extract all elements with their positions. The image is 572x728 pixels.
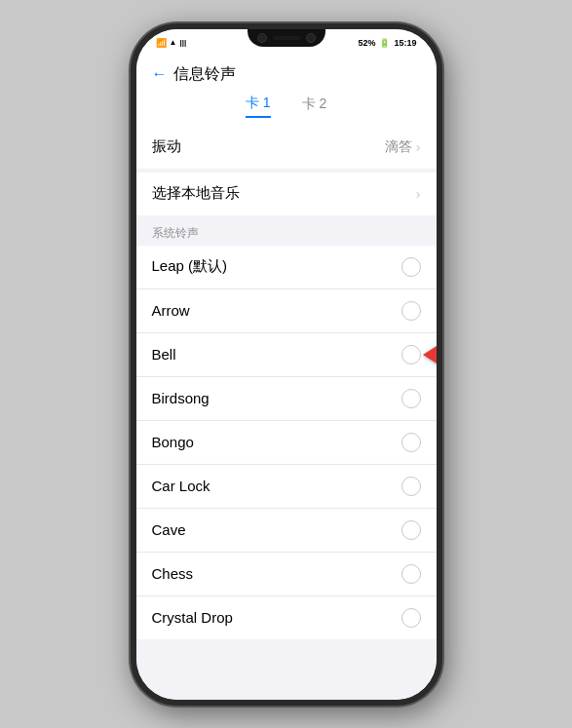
vibration-label: 振动 — [152, 137, 181, 156]
ringtone-row-chess[interactable]: Chess — [136, 553, 437, 596]
ringtone-label-bell: Bell — [152, 346, 176, 363]
tab-card2[interactable]: 卡 2 — [302, 96, 327, 117]
tab-card1[interactable]: 卡 1 — [246, 95, 271, 118]
ringtone-label-carlock: Car Lock — [152, 478, 210, 494]
ringtone-row-birdsong[interactable]: Birdsong — [136, 377, 437, 421]
header: ← 信息铃声 — [136, 57, 437, 91]
ringtone-radio-leap[interactable] — [401, 257, 421, 277]
phone-frame: 📶 ▲ ||| 52% 🔋 15:19 ← 信息铃声 卡 1 卡 2 — [131, 23, 442, 706]
local-music-section: 选择本地音乐 › — [136, 172, 437, 215]
ringtone-row-arrow[interactable]: Arrow — [136, 289, 437, 333]
phone-inner: 📶 ▲ ||| 52% 🔋 15:19 ← 信息铃声 卡 1 卡 2 — [136, 29, 437, 700]
ringtone-row-leap[interactable]: Leap (默认) — [136, 246, 437, 289]
vibration-value: 滴答 › — [385, 138, 421, 156]
ringtone-row-bongo[interactable]: Bongo — [136, 421, 437, 465]
vibration-row[interactable]: 振动 滴答 › — [136, 126, 437, 169]
ringtone-radio-carlock[interactable] — [401, 477, 421, 496]
ringtone-row-bell[interactable]: Bell — [136, 333, 437, 377]
ringtone-radio-chess[interactable] — [401, 564, 421, 584]
arrow-shape — [423, 341, 437, 368]
signal-bars: ||| — [179, 38, 186, 47]
ringtone-label-bongo: Bongo — [152, 434, 194, 450]
ringtone-row-cave[interactable]: Cave — [136, 509, 437, 553]
tabs-container: 卡 1 卡 2 — [136, 91, 437, 126]
ringtone-list: Leap (默认) Arrow Bell — [136, 246, 437, 639]
ringtone-label-leap: Leap (默认) — [152, 257, 228, 276]
ringtone-row-carlock[interactable]: Car Lock — [136, 465, 437, 509]
local-music-label: 选择本地音乐 — [152, 184, 240, 203]
status-right: 52% 🔋 15:19 — [358, 38, 416, 48]
ringtone-label-birdsong: Birdsong — [152, 390, 210, 406]
wifi-icon: ▲ — [170, 38, 177, 47]
vibration-chevron: › — [416, 139, 421, 155]
ringtone-radio-arrow[interactable] — [401, 301, 421, 321]
notch — [248, 29, 325, 47]
ringtone-radio-birdsong[interactable] — [401, 389, 421, 408]
vibration-value-text: 滴答 — [385, 138, 412, 156]
ringtone-label-cave: Cave — [152, 521, 186, 538]
battery-icon: 🔋 — [379, 38, 390, 48]
battery-percent: 52% — [358, 38, 375, 48]
status-left: 📶 ▲ ||| — [156, 38, 187, 48]
ringtone-radio-crystaldrop[interactable] — [401, 608, 421, 628]
notch-camera-2 — [306, 33, 316, 43]
local-music-chevron: › — [416, 186, 421, 202]
signal-icon: 📶 — [156, 38, 167, 48]
ringtone-label-chess: Chess — [152, 565, 194, 582]
ringtone-label-crystaldrop: Crystal Drop — [152, 609, 233, 626]
vibration-section: 振动 滴答 › — [136, 126, 437, 169]
content-area: 振动 滴答 › 选择本地音乐 › 系统铃声 — [136, 126, 437, 700]
back-row: ← 信息铃声 — [152, 64, 421, 85]
ringtone-radio-bongo[interactable] — [401, 433, 421, 452]
notch-speaker — [273, 36, 300, 40]
cursor-arrow — [423, 341, 437, 368]
page-title: 信息铃声 — [173, 64, 236, 85]
back-button[interactable]: ← — [152, 65, 168, 83]
ringtone-row-crystaldrop[interactable]: Crystal Drop — [136, 596, 437, 639]
notch-camera — [257, 33, 267, 43]
time-display: 15:19 — [394, 38, 416, 48]
system-ringtones-label: 系统铃声 — [136, 219, 437, 246]
ringtone-label-arrow: Arrow — [152, 302, 190, 319]
ringtone-radio-bell[interactable] — [401, 345, 421, 364]
local-music-row[interactable]: 选择本地音乐 › — [136, 172, 437, 215]
ringtone-radio-cave[interactable] — [401, 520, 421, 540]
